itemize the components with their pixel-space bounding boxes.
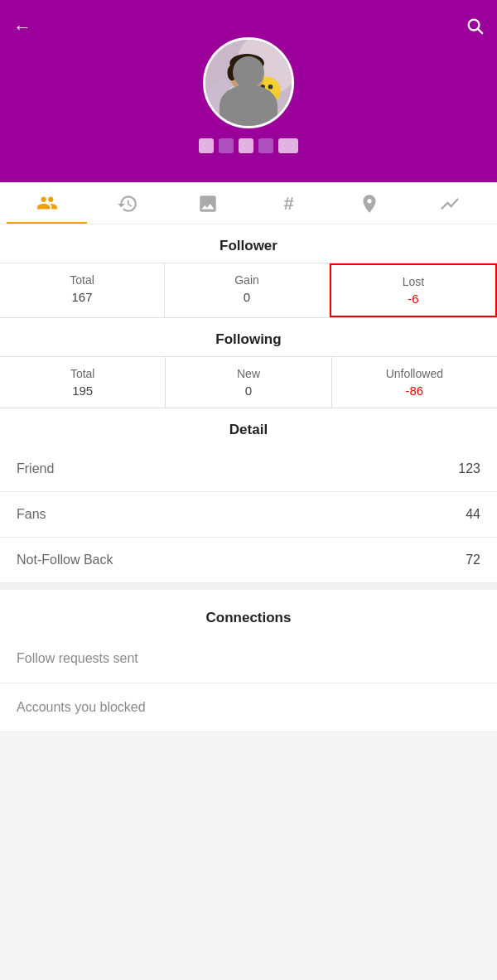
svg-rect-8 xyxy=(229,87,264,126)
detail-section: Detail Friend 123 Fans 44 Not-Follow Bac… xyxy=(0,408,497,583)
back-button[interactable]: ← xyxy=(13,17,31,38)
follower-section: Follower Total 167 Gain 0 Lost -6 xyxy=(0,224,497,318)
follower-total-cell[interactable]: Total 167 xyxy=(0,263,165,317)
friend-value: 123 xyxy=(458,461,480,476)
detail-title: Detail xyxy=(0,408,497,447)
following-total-value: 195 xyxy=(72,384,93,398)
follower-lost-label: Lost xyxy=(403,275,424,288)
tab-analytics[interactable] xyxy=(410,193,490,223)
detail-row-not-follow-back[interactable]: Not-Follow Back 72 xyxy=(0,538,497,583)
following-total-label: Total xyxy=(70,367,95,380)
detail-row-friend[interactable]: Friend 123 xyxy=(0,447,497,492)
tab-followers[interactable] xyxy=(7,192,87,224)
fans-value: 44 xyxy=(466,507,480,522)
avatar xyxy=(203,37,294,128)
connections-section: Connections Follow requests sent Account… xyxy=(0,596,497,732)
tab-media[interactable] xyxy=(168,193,248,223)
following-unfollowed-label: Unfollowed xyxy=(386,367,443,380)
svg-point-6 xyxy=(260,84,265,89)
follow-requests-label: Follow requests sent xyxy=(17,651,138,666)
svg-point-7 xyxy=(268,84,273,89)
svg-point-13 xyxy=(249,74,254,80)
not-follow-back-value: 72 xyxy=(466,553,480,567)
section-divider xyxy=(0,583,497,590)
follower-title: Follower xyxy=(0,224,497,263)
svg-point-4 xyxy=(205,79,253,126)
friend-label: Friend xyxy=(17,461,54,476)
follower-gain-label: Gain xyxy=(234,273,259,287)
svg-point-9 xyxy=(229,58,264,93)
tab-history[interactable] xyxy=(87,193,167,223)
story-dot xyxy=(199,138,214,153)
not-follow-back-label: Not-Follow Back xyxy=(17,553,113,567)
svg-point-14 xyxy=(236,84,258,94)
story-dot xyxy=(239,138,253,153)
follower-total-label: Total xyxy=(70,273,94,287)
follower-gain-cell[interactable]: Gain 0 xyxy=(165,263,330,317)
svg-line-1 xyxy=(478,29,482,33)
following-total-cell[interactable]: Total 195 xyxy=(0,357,166,408)
follower-gain-value: 0 xyxy=(244,290,250,304)
story-dot xyxy=(278,138,298,153)
tab-hashtag[interactable]: # xyxy=(248,193,329,223)
follower-lost-value: -6 xyxy=(408,292,418,306)
detail-row-fans[interactable]: Fans 44 xyxy=(0,492,497,538)
follower-lost-cell[interactable]: Lost -6 xyxy=(330,263,497,317)
following-unfollowed-cell[interactable]: Unfollowed -86 xyxy=(332,357,497,408)
svg-point-11 xyxy=(227,65,236,80)
profile-header: ← xyxy=(0,0,497,182)
nav-bar: # xyxy=(0,182,497,224)
following-new-cell[interactable]: New 0 xyxy=(166,357,331,408)
tab-location[interactable] xyxy=(329,193,409,223)
story-dot xyxy=(258,138,273,153)
follower-total-value: 167 xyxy=(71,290,92,304)
follower-stats-row: Total 167 Gain 0 Lost -6 xyxy=(0,263,497,318)
following-unfollowed-value: -86 xyxy=(405,384,423,398)
following-section: Following Total 195 New 0 Unfollowed -86 xyxy=(0,318,497,408)
following-new-value: 0 xyxy=(245,384,252,398)
search-button[interactable] xyxy=(466,17,484,40)
following-stats-row: Total 195 New 0 Unfollowed -86 xyxy=(0,356,497,408)
main-content: Follower Total 167 Gain 0 Lost -6 Follow… xyxy=(0,224,497,732)
story-indicators xyxy=(199,138,298,153)
follow-requests-row[interactable]: Follow requests sent xyxy=(0,635,497,683)
following-title: Following xyxy=(0,318,497,356)
svg-point-10 xyxy=(229,54,264,73)
fans-label: Fans xyxy=(17,507,46,522)
connections-title: Connections xyxy=(0,596,497,635)
accounts-blocked-row[interactable]: Accounts you blocked xyxy=(0,683,497,732)
accounts-blocked-label: Accounts you blocked xyxy=(17,700,146,715)
svg-point-5 xyxy=(253,76,281,104)
svg-point-12 xyxy=(240,74,245,80)
story-dot xyxy=(219,138,234,153)
following-new-label: New xyxy=(237,367,260,380)
